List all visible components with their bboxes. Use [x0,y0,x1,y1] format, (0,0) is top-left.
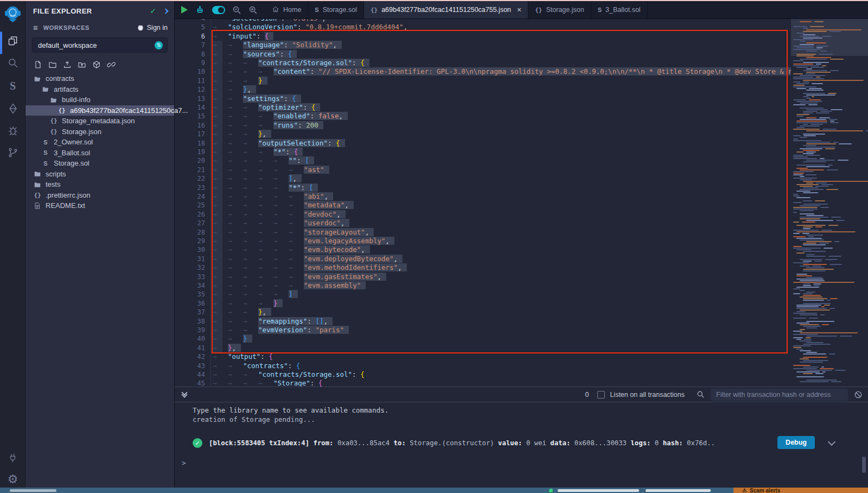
tree-item-2-owner-sol[interactable]: S2_Owner.sol [25,137,174,148]
run-script-button[interactable] [181,6,188,14]
transaction-row[interactable]: ✓ [block:5583405 txIndex:4] from: 0xa03.… [193,438,868,448]
indent-whitespace: → [273,192,289,201]
indent-whitespace: → [258,210,273,219]
workspace-select[interactable]: default_workspace ⇅ [32,37,168,53]
upload-file-icon[interactable] [63,60,72,69]
indent-whitespace: → [213,210,228,219]
minimap-line [796,339,801,340]
indent-whitespace: → [228,362,243,370]
tx-expand-icon[interactable] [828,438,835,446]
tree-item-storage-sol[interactable]: SStorage.sol [25,158,174,169]
deploy-run-icon[interactable] [0,100,25,117]
minimap-line [816,64,821,65]
indent-whitespace: → [243,281,258,290]
minimap-line [793,262,809,263]
zoom-in-icon[interactable] [248,5,258,15]
tree-item-scripts[interactable]: scripts [25,169,174,180]
debugger-icon[interactable] [0,123,25,139]
close-tab-icon[interactable]: × [517,6,521,14]
remix-ai-icon[interactable] [195,5,205,15]
tx-filter-input[interactable] [710,388,848,401]
indent-whitespace: → [213,237,228,245]
listen-all-checkbox[interactable] [597,391,605,399]
indent-whitespace: → [243,263,258,272]
tree-item-storage-metadata-json[interactable]: {}Storage_metadata.json [25,116,174,127]
check-icon[interactable]: ✓ [150,7,156,15]
tree-item-contracts[interactable]: contracts [25,73,174,84]
minimap-line [825,259,838,260]
tab-storage-sol[interactable]: SStorage.sol [308,1,364,18]
settings-icon[interactable]: ⚙ [0,471,25,488]
tab-3-ballot-sol[interactable]: S3_Ballot.sol [591,1,648,18]
code-line-6: →"input": { [213,32,791,41]
line-number: 24 [175,192,205,201]
search-icon[interactable] [0,55,25,71]
tree-item-a69b43f277ba20fcac141151250ca7-[interactable]: {}a69b43f277ba20fcac141151250ca7... [25,105,174,116]
minimap-line [803,226,813,227]
minimap-line [806,143,836,144]
minimap-line [803,261,812,262]
import-url-icon[interactable] [107,60,116,69]
minimap-line [803,34,815,35]
minimap-line [796,122,827,123]
minimap[interactable] [791,19,868,388]
alert-icon: ⚠ [742,488,746,493]
new-file-icon[interactable] [34,60,42,69]
tab-storage-json[interactable]: {}Storage.json [528,1,591,18]
debug-button[interactable]: Debug [777,436,815,449]
tree-item-build-info[interactable]: build-info [25,94,174,105]
indent-whitespace: → [243,290,258,299]
new-folder-icon[interactable] [48,60,57,69]
minimap-line [803,251,826,252]
code-editor[interactable]: 4→"solcVersion": "0.8.19",5→"solcLongVer… [175,19,868,388]
tree-item-artifacts[interactable]: artifacts [25,84,174,95]
tree-item-tests[interactable]: tests [25,179,174,190]
minimap-line [796,168,808,169]
indent-whitespace: → [213,281,228,290]
terminal-search-icon[interactable] [697,390,705,399]
code-line-42: →"output": { [213,352,791,361]
workspaces-menu-icon[interactable]: ≡ [33,23,38,32]
minimap-line [803,357,827,358]
chevron-right-icon[interactable] [163,8,169,14]
indent-whitespace: → [213,32,228,41]
solidity-compiler-icon[interactable]: S [0,78,25,94]
folder-icon [33,181,42,188]
github-sign-in[interactable]: Sign in [137,24,168,31]
indent-whitespace: → [228,41,243,49]
git-icon[interactable] [0,144,25,161]
file-explorer-icon[interactable] [0,33,25,49]
terminal-scrollbar[interactable] [862,457,866,473]
tree-item-readme-txt[interactable]: README.txt [25,200,174,211]
minimap-line [820,50,827,52]
indent-whitespace: → [228,308,243,317]
json-file-icon: {} [33,192,42,199]
minimap-line [806,241,832,242]
indent-whitespace: → [273,237,289,245]
clear-console-icon[interactable] [854,390,863,399]
tab-home[interactable]: Home [265,1,308,18]
github-icon [137,24,144,31]
minimap-line [806,267,825,268]
minimap-line [803,285,811,286]
minimap-line [806,380,837,381]
tree-item-storage-json[interactable]: {}Storage.json [25,127,174,137]
tab-a69b43f277ba20fcac141151250ca755-json[interactable]: {}a69b43f277ba20fcac141151250ca755.json× [364,1,528,18]
minimap-line [796,67,808,68]
minimap-line [800,332,858,333]
scam-alerts-button[interactable]: ⚠ Scam alerts [733,488,868,493]
tab-label: Home [283,6,301,14]
ipfs-cube-icon[interactable] [92,60,101,69]
tree-item-3-ballot-sol[interactable]: S3_Ballot.sol [25,148,174,159]
terminal-collapse-icon[interactable] [182,393,187,397]
ai-toggle[interactable] [212,6,225,14]
plugin-manager-icon[interactable] [0,450,25,466]
tree-item--prettierrc-json[interactable]: {}.prettierrc.json [25,190,174,201]
remix-logo[interactable] [3,4,22,23]
zoom-out-icon[interactable] [232,5,241,15]
tree-item-label: Storage.json [62,128,101,136]
indent-whitespace: → [258,156,273,165]
upload-folder-icon[interactable] [78,60,86,69]
code-line-9: →→→"contracts/Storage.sol": { [213,59,791,67]
tree-item-label: README.txt [46,201,85,210]
